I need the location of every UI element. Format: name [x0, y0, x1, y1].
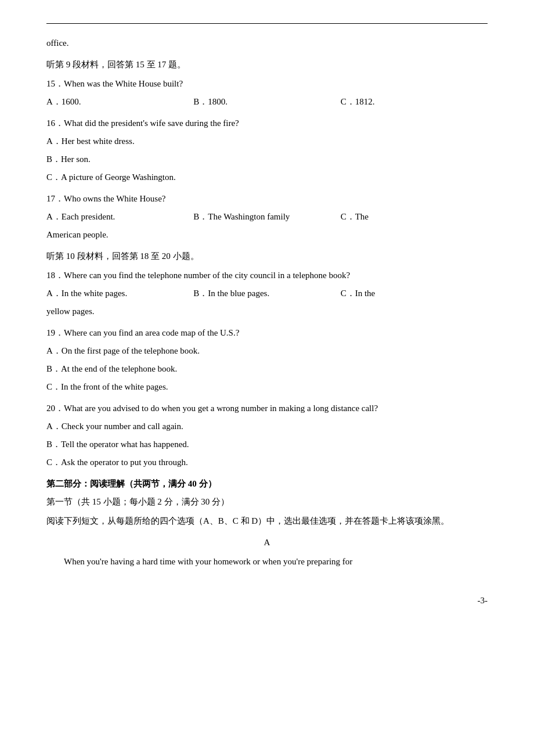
q18-option-c: C．In the: [341, 286, 488, 301]
intro-text: office.: [46, 35, 488, 51]
q18-option-b: B．In the blue pages.: [193, 286, 340, 301]
passage-label: A: [46, 535, 488, 550]
q20-option-c: C．Ask the operator to put you through.: [46, 455, 488, 470]
part2-instruction: 阅读下列短文，从每题所给的四个选项（A、B、C 和 D）中，选出最佳选项，并在答…: [46, 513, 488, 529]
q16-option-a: A．Her best white dress.: [46, 134, 488, 149]
q19-option-c: C．In the front of the white pages.: [46, 379, 488, 395]
q19-option-a: A．On the first page of the telephone boo…: [46, 343, 488, 359]
q16-text: 16．What did the president's wife save du…: [46, 116, 488, 131]
q20-option-a: A．Check your number and call again.: [46, 419, 488, 434]
page-number: -3-: [46, 593, 488, 609]
section10-instruction: 听第 10 段材料，回答第 18 至 20 小题。: [46, 249, 488, 264]
q18-continuation: yellow pages.: [46, 304, 488, 319]
q15-text: 15．When was the White House built?: [46, 76, 488, 92]
q18-text: 18．Where can you find the telephone numb…: [46, 268, 488, 283]
q19-option-b: B．At the end of the telephone book.: [46, 361, 488, 377]
q18-option-a: A．In the white pages.: [46, 286, 193, 301]
q16-option-b: B．Her son.: [46, 152, 488, 167]
q16-option-c: C．A picture of George Washington.: [46, 170, 488, 185]
q19-text: 19．Where can you find an area code map o…: [46, 325, 488, 341]
q15-option-b: B．1800.: [193, 94, 340, 110]
q17-continuation: American people.: [46, 227, 488, 243]
part2-heading: 第二部分：阅读理解（共两节，满分 40 分）: [46, 476, 488, 492]
q20-text: 20．What are you advised to do when you g…: [46, 401, 488, 416]
q17-option-a: A．Each president.: [46, 209, 193, 225]
q17-text: 17．Who owns the White House?: [46, 191, 488, 207]
part2-section1-desc: 第一节（共 15 小题；每小题 2 分，满分 30 分）: [46, 494, 488, 510]
q18-options: A．In the white pages. B．In the blue page…: [46, 286, 488, 301]
passage-start: When you're having a hard time with your…: [46, 554, 488, 570]
q17-option-b: B．The Washington family: [193, 209, 340, 225]
q17-option-c: C．The: [341, 209, 488, 225]
top-line: [46, 23, 488, 24]
q15-options: A．1600. B．1800. C．1812.: [46, 94, 488, 110]
q17-options: A．Each president. B．The Washington famil…: [46, 209, 488, 225]
q20-option-b: B．Tell the operator what has happened.: [46, 437, 488, 452]
q15-option-c: C．1812.: [341, 94, 488, 110]
section9-instruction: 听第 9 段材料，回答第 15 至 17 题。: [46, 57, 488, 73]
q15-option-a: A．1600.: [46, 94, 193, 110]
